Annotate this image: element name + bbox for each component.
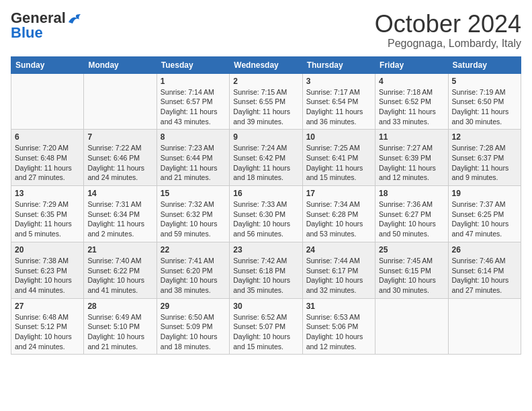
cell-content: Sunrise: 7:45 AM <box>379 256 444 266</box>
calendar-cell: 11Sunrise: 7:27 AMSunset: 6:39 PMDayligh… <box>375 130 448 186</box>
cell-content: Sunset: 6:15 PM <box>379 266 444 276</box>
day-number: 17 <box>306 189 371 198</box>
logo-blue-text: Blue <box>11 24 43 41</box>
cell-content: Daylight: 10 hours and 15 minutes. <box>233 332 298 351</box>
cell-content: Daylight: 10 hours and 35 minutes. <box>233 275 298 295</box>
calendar-week-row: 27Sunrise: 6:48 AMSunset: 5:12 PMDayligh… <box>11 298 521 355</box>
cell-content: Sunrise: 7:15 AM <box>233 87 298 97</box>
cell-content: Sunset: 6:35 PM <box>15 210 80 220</box>
page-header: General Blue October 2024 Pegognaga, Lom… <box>11 11 521 50</box>
day-number: 28 <box>87 302 152 311</box>
cell-content: Daylight: 11 hours and 39 minutes. <box>233 107 298 126</box>
calendar-cell: 31Sunrise: 6:53 AMSunset: 5:06 PMDayligh… <box>302 298 375 355</box>
day-number: 23 <box>233 245 298 255</box>
cell-content: Daylight: 11 hours and 36 minutes. <box>306 107 371 126</box>
calendar-week-row: 20Sunrise: 7:38 AMSunset: 6:23 PMDayligh… <box>11 242 521 298</box>
cell-content: Sunrise: 7:17 AM <box>306 87 371 97</box>
day-number: 9 <box>233 132 298 142</box>
cell-content: Daylight: 10 hours and 47 minutes. <box>452 219 517 238</box>
cell-content: Sunrise: 7:24 AM <box>233 143 298 153</box>
calendar-cell: 8Sunrise: 7:23 AMSunset: 6:44 PMDaylight… <box>157 130 229 186</box>
calendar-week-row: 1Sunrise: 7:14 AMSunset: 6:57 PMDaylight… <box>11 73 521 130</box>
day-number: 2 <box>233 77 298 86</box>
cell-content: Sunset: 6:32 PM <box>161 210 226 220</box>
day-of-week-header: Sunday <box>11 56 84 73</box>
calendar-subtitle: Pegognaga, Lombardy, Italy <box>375 38 521 50</box>
day-number: 1 <box>161 77 226 86</box>
calendar-cell: 28Sunrise: 6:49 AMSunset: 5:10 PMDayligh… <box>84 298 157 355</box>
calendar-cell: 23Sunrise: 7:42 AMSunset: 6:18 PMDayligh… <box>230 242 302 298</box>
cell-content: Sunset: 5:06 PM <box>306 322 371 332</box>
calendar-cell: 9Sunrise: 7:24 AMSunset: 6:42 PMDaylight… <box>230 130 302 186</box>
day-number: 11 <box>379 132 444 142</box>
cell-content: Sunrise: 7:14 AM <box>161 87 226 97</box>
cell-content: Daylight: 11 hours and 5 minutes. <box>15 219 80 238</box>
calendar-cell: 29Sunrise: 6:50 AMSunset: 5:09 PMDayligh… <box>157 298 229 355</box>
cell-content: Sunrise: 6:52 AM <box>233 312 298 322</box>
cell-content: Daylight: 11 hours and 9 minutes. <box>452 163 517 183</box>
cell-content: Sunrise: 7:23 AM <box>161 143 226 153</box>
cell-content: Sunset: 6:37 PM <box>452 153 517 163</box>
cell-content: Daylight: 10 hours and 59 minutes. <box>161 219 226 238</box>
cell-content: Daylight: 10 hours and 44 minutes. <box>15 275 80 295</box>
day-number: 16 <box>233 189 298 198</box>
calendar-cell: 12Sunrise: 7:28 AMSunset: 6:37 PMDayligh… <box>448 130 521 186</box>
cell-content: Daylight: 10 hours and 53 minutes. <box>306 219 371 238</box>
day-number: 18 <box>379 189 444 198</box>
cell-content: Daylight: 11 hours and 2 minutes. <box>87 219 152 238</box>
cell-content: Daylight: 10 hours and 38 minutes. <box>161 275 226 295</box>
cell-content: Sunset: 6:27 PM <box>379 210 444 220</box>
cell-content: Daylight: 10 hours and 32 minutes. <box>306 275 371 295</box>
calendar-cell: 15Sunrise: 7:32 AMSunset: 6:32 PMDayligh… <box>157 186 229 242</box>
cell-content: Daylight: 11 hours and 24 minutes. <box>87 163 152 183</box>
cell-content: Daylight: 11 hours and 18 minutes. <box>233 163 298 183</box>
day-number: 7 <box>87 132 152 142</box>
cell-content: Sunrise: 7:31 AM <box>87 199 152 210</box>
cell-content: Sunset: 6:41 PM <box>306 153 371 163</box>
day-number: 29 <box>161 302 226 311</box>
cell-content: Sunrise: 7:29 AM <box>15 199 80 210</box>
calendar-cell: 20Sunrise: 7:38 AMSunset: 6:23 PMDayligh… <box>11 242 84 298</box>
day-number: 4 <box>379 77 444 86</box>
cell-content: Daylight: 11 hours and 43 minutes. <box>161 107 226 126</box>
cell-content: Sunset: 6:46 PM <box>87 153 152 163</box>
calendar-cell: 5Sunrise: 7:19 AMSunset: 6:50 PMDaylight… <box>448 73 521 130</box>
cell-content: Sunset: 6:48 PM <box>15 153 80 163</box>
day-number: 31 <box>306 302 371 311</box>
cell-content: Daylight: 11 hours and 15 minutes. <box>306 163 371 183</box>
day-number: 21 <box>87 245 152 255</box>
cell-content: Daylight: 11 hours and 21 minutes. <box>161 163 226 183</box>
cell-content: Sunrise: 7:20 AM <box>15 143 80 153</box>
calendar-body: 1Sunrise: 7:14 AMSunset: 6:57 PMDaylight… <box>11 73 521 355</box>
cell-content: Sunrise: 6:49 AM <box>87 312 152 322</box>
calendar-cell <box>84 73 157 130</box>
cell-content: Sunrise: 7:22 AM <box>87 143 152 153</box>
cell-content: Sunset: 6:17 PM <box>306 266 371 276</box>
cell-content: Sunset: 6:57 PM <box>161 97 226 107</box>
day-of-week-header: Saturday <box>448 56 521 73</box>
cell-content: Sunrise: 7:18 AM <box>379 87 444 97</box>
cell-content: Sunset: 6:54 PM <box>306 97 371 107</box>
calendar-cell: 16Sunrise: 7:33 AMSunset: 6:30 PMDayligh… <box>230 186 302 242</box>
logo-bird-icon <box>67 13 82 25</box>
day-number: 5 <box>452 77 517 86</box>
day-of-week-header: Tuesday <box>157 56 229 73</box>
cell-content: Sunrise: 7:37 AM <box>452 199 517 210</box>
day-of-week-header: Wednesday <box>230 56 302 73</box>
title-block: October 2024 Pegognaga, Lombardy, Italy <box>375 11 521 50</box>
cell-content: Daylight: 10 hours and 21 minutes. <box>87 332 152 351</box>
day-number: 27 <box>15 302 80 311</box>
cell-content: Sunrise: 7:34 AM <box>306 199 371 210</box>
day-number: 19 <box>452 189 517 198</box>
cell-content: Sunset: 5:09 PM <box>161 322 226 332</box>
calendar-cell: 27Sunrise: 6:48 AMSunset: 5:12 PMDayligh… <box>11 298 84 355</box>
cell-content: Daylight: 10 hours and 56 minutes. <box>233 219 298 238</box>
cell-content: Sunset: 6:50 PM <box>452 97 517 107</box>
calendar-cell: 2Sunrise: 7:15 AMSunset: 6:55 PMDaylight… <box>230 73 302 130</box>
cell-content: Sunset: 6:23 PM <box>15 266 80 276</box>
calendar-cell <box>448 298 521 355</box>
cell-content: Sunset: 6:52 PM <box>379 97 444 107</box>
calendar-cell: 10Sunrise: 7:25 AMSunset: 6:41 PMDayligh… <box>302 130 375 186</box>
cell-content: Sunrise: 7:27 AM <box>379 143 444 153</box>
calendar-cell <box>375 298 448 355</box>
